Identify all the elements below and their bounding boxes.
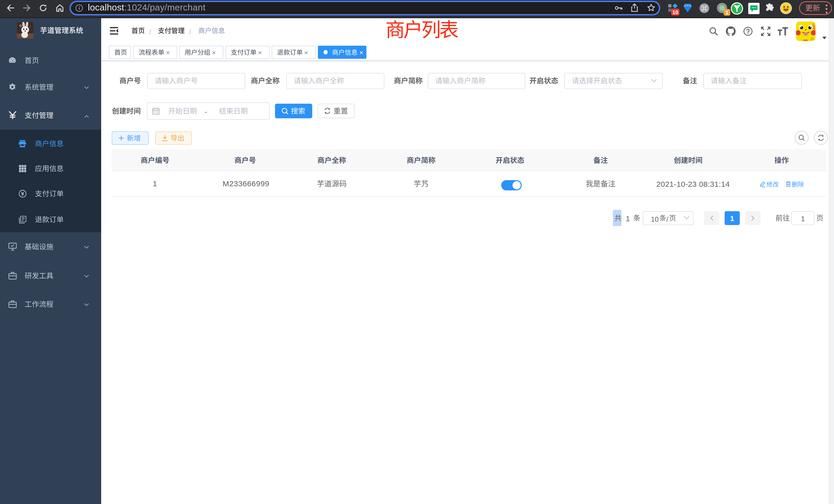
- svg-text:1: 1: [725, 9, 728, 16]
- svg-text:10: 10: [672, 9, 678, 15]
